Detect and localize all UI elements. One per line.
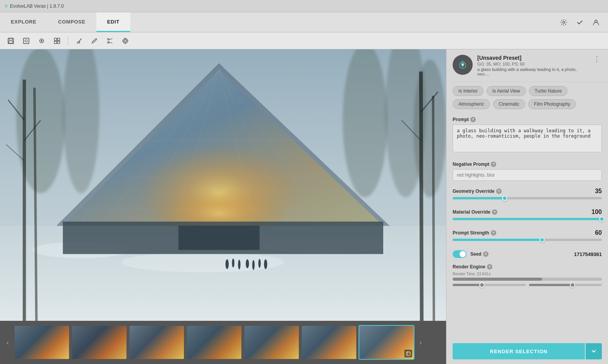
svg-rect-11: [54, 41, 57, 44]
app-logo: V: [5, 3, 8, 9]
negative-prompt-section: Negative Prompt ?: [446, 158, 608, 185]
thumbnail-6[interactable]: [301, 325, 357, 360]
engine-slider-1[interactable]: [453, 284, 526, 286]
svg-rect-58: [0, 49, 446, 321]
prompt-info-icon[interactable]: ?: [470, 117, 476, 122]
nav-right: [552, 12, 608, 32]
app-name: EvolveLAB Veras: [10, 3, 46, 9]
target-tool[interactable]: [119, 35, 131, 47]
tag-atmospheric[interactable]: Atmospheric: [453, 99, 490, 109]
tag-is-interior[interactable]: Is Interior: [453, 86, 483, 96]
tag-is-aerial-view[interactable]: Is Aerial View: [487, 86, 526, 96]
render-engine-label: Render Engine ?: [453, 264, 602, 270]
material-override-thumb[interactable]: [599, 216, 605, 222]
tab-edit[interactable]: EDIT: [96, 12, 130, 32]
render-btn-area: RENDER SELECTION: [446, 339, 608, 364]
app-version-separator: |: [46, 3, 50, 9]
prompt-strength-thumb[interactable]: [539, 237, 545, 243]
canvas-main[interactable]: [0, 49, 446, 321]
seed-toggle[interactable]: [453, 250, 467, 258]
svg-line-13: [79, 39, 81, 42]
thumbnail-1[interactable]: [14, 325, 70, 360]
pen-tool[interactable]: [88, 35, 101, 47]
crop-tool[interactable]: [20, 35, 32, 47]
svg-line-65: [433, 96, 434, 321]
svg-point-18: [123, 39, 128, 43]
tag-cinematic[interactable]: Cinematic: [493, 99, 525, 109]
prompt-strength-fill: [453, 239, 542, 241]
render-engine-info-icon[interactable]: ?: [487, 264, 492, 270]
building-svg: [0, 49, 446, 321]
tab-compose[interactable]: COMPOSE: [47, 12, 96, 32]
svg-rect-10: [57, 38, 60, 40]
prompt-strength-info-icon[interactable]: ?: [491, 230, 496, 236]
material-override-value: 100: [591, 209, 602, 216]
view-tool[interactable]: [35, 35, 48, 47]
svg-rect-4: [9, 41, 13, 43]
preset-menu-button[interactable]: ⋮: [592, 55, 602, 63]
render-dropdown-button[interactable]: [586, 343, 602, 359]
thumb-prev[interactable]: ‹: [3, 321, 12, 364]
tab-explore[interactable]: EXPLORE: [0, 12, 47, 32]
negative-prompt-info-icon[interactable]: ?: [491, 162, 496, 167]
prompt-strength-slider[interactable]: [453, 239, 602, 241]
brush-tool[interactable]: [73, 35, 85, 47]
geometry-override-value: 35: [595, 188, 602, 195]
svg-point-6: [25, 40, 27, 42]
render-engine-bar: [453, 278, 602, 281]
render-time: Render Time: 23.641s: [453, 272, 602, 276]
scissors-tool[interactable]: [104, 35, 116, 47]
geometry-override-label: Geometry Override ?: [453, 189, 502, 194]
material-override-slider[interactable]: [453, 218, 602, 220]
prompt-strength-label: Prompt Strength ?: [453, 230, 496, 236]
preset-description: a glass building with a walkway leading …: [477, 67, 587, 76]
svg-point-72: [462, 64, 464, 66]
material-override-info-icon[interactable]: ?: [492, 209, 497, 215]
geometry-override-info-icon[interactable]: ?: [496, 189, 502, 194]
check-icon[interactable]: [574, 17, 586, 28]
preset-title: [Unsaved Preset]: [477, 55, 587, 61]
scene-view: [0, 49, 446, 321]
seed-toggle-knob: [460, 251, 466, 257]
svg-point-19: [124, 40, 126, 42]
thumbnail-4[interactable]: [186, 325, 242, 360]
geometry-override-header: Geometry Override ? 35: [453, 188, 602, 195]
geometry-override-slider[interactable]: [453, 197, 602, 199]
geometry-override-thumb[interactable]: [502, 195, 507, 201]
thumb-img-1: [15, 326, 69, 359]
user-icon[interactable]: [590, 17, 602, 28]
svg-rect-9: [54, 38, 57, 40]
thumbnail-3[interactable]: [129, 325, 185, 360]
prompt-textarea[interactable]: a glass building with a walkway leading …: [453, 125, 602, 152]
top-nav: EXPLORE COMPOSE EDIT: [0, 12, 608, 32]
engine-slider-2[interactable]: [529, 284, 602, 286]
render-engine-fill: [453, 278, 542, 281]
save-tool[interactable]: [5, 35, 17, 47]
preset-header: [Unsaved Preset] GO: 35, MO: 100, PS: 60…: [446, 49, 608, 82]
thumbnail-5[interactable]: [244, 325, 300, 360]
negative-prompt-input[interactable]: [453, 169, 602, 181]
svg-line-64: [421, 71, 422, 321]
thumb-img-4: [187, 326, 241, 359]
render-selection-button[interactable]: RENDER SELECTION: [453, 343, 585, 359]
settings-icon[interactable]: [558, 17, 569, 28]
thumbnail-strip: ‹ ›: [0, 321, 446, 364]
render-engine-section: Render Engine ? Render Time: 23.641s: [446, 261, 608, 288]
thumbnail-7[interactable]: [359, 325, 414, 360]
svg-point-1: [595, 20, 597, 22]
panel-scroll: Prompt ? a glass building with a walkway…: [446, 113, 608, 339]
geometry-override-section: Geometry Override ? 35: [446, 185, 608, 206]
grid-tool[interactable]: [51, 35, 63, 47]
seed-value: 1717549361: [574, 251, 602, 257]
seed-info-icon[interactable]: ?: [483, 251, 488, 257]
svg-rect-68: [406, 352, 410, 356]
thumb-next[interactable]: ›: [416, 321, 425, 364]
tag-turbo-nature[interactable]: Turbo Nature: [529, 86, 568, 96]
material-override-section: Material Override ? 100: [446, 206, 608, 226]
svg-point-0: [563, 21, 565, 23]
geometry-override-fill: [453, 197, 505, 199]
toolbar-separator: [68, 36, 68, 46]
tag-film-photography[interactable]: Film Photography: [528, 99, 576, 109]
thumbnail-2[interactable]: [71, 325, 127, 360]
thumb-active-icon: [404, 350, 412, 357]
